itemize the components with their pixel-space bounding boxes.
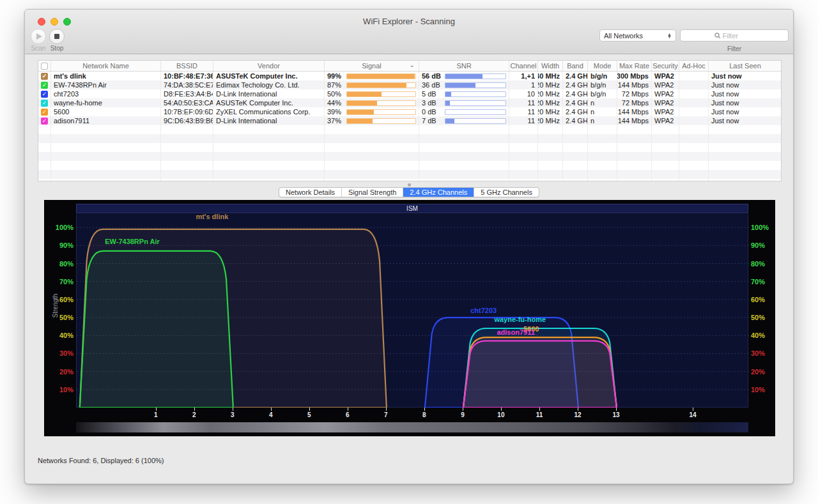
empty-cell <box>538 143 563 152</box>
x-tick-label: 6 <box>338 411 357 418</box>
column-header-bssid[interactable]: BSSID <box>161 61 213 71</box>
series-label: cht7203 <box>470 307 497 314</box>
network-filter-dropdown[interactable]: All Networks ▲▼ <box>599 29 676 42</box>
cell: Just now <box>709 72 782 80</box>
empty-table-row[interactable] <box>38 152 781 161</box>
table-row[interactable]: ✓wayne-fu-home54:A0:50:E3:CA:C4ASUSTeK C… <box>38 98 781 107</box>
signal-bar-fill <box>347 83 406 88</box>
stop-button-label: Stop <box>49 45 65 52</box>
column-header-mode[interactable]: Mode <box>588 61 617 71</box>
column-header-label: SNR <box>456 62 471 70</box>
y-tick-label: 80% <box>45 260 73 268</box>
empty-cell <box>679 134 709 143</box>
network-checkbox[interactable]: ✓ <box>41 73 48 80</box>
splitter-handle[interactable] <box>408 183 411 187</box>
tab-network-details[interactable]: Network Details <box>279 188 341 197</box>
cell: D-Link International <box>213 89 325 98</box>
column-header-band[interactable]: Band <box>563 61 588 71</box>
snr-bar-fill <box>445 83 475 88</box>
column-header-label: Vendor <box>258 62 280 70</box>
column-header-max-rate[interactable]: Max Rate <box>617 61 652 71</box>
empty-cell <box>563 134 588 143</box>
cell: 11 <box>509 116 538 125</box>
tab-5-ghz-channels[interactable]: 5 GHz Channels <box>474 188 539 197</box>
table-row[interactable]: ✓mt's dlink10:BF:48:E7:36:8EASUSTeK Comp… <box>38 72 781 80</box>
column-header-signal[interactable]: Signal⌄ <box>325 61 419 71</box>
y-tick-label: 50% <box>751 314 779 321</box>
stop-button[interactable] <box>49 29 65 44</box>
empty-table-row[interactable] <box>38 179 781 181</box>
filter-search-field[interactable] <box>680 29 789 42</box>
ism-band-label: ISM <box>406 205 418 212</box>
column-header-snr[interactable]: SNR <box>419 61 509 71</box>
cell: WPA2 <box>652 98 679 107</box>
network-checkbox[interactable]: ✓ <box>41 100 48 107</box>
column-header-checkbox[interactable] <box>38 61 51 71</box>
empty-cell <box>652 143 679 152</box>
x-tick-mark <box>424 408 425 411</box>
x-tick-mark <box>616 408 617 411</box>
table-row[interactable]: ✓560010:7B:EF:09:6D:AAZyXEL Communicatio… <box>38 107 781 116</box>
series-label: EW-7438RPn Air <box>105 238 160 245</box>
column-header-vendor[interactable]: Vendor <box>213 61 325 71</box>
column-header-label: Signal <box>362 62 382 70</box>
empty-cell <box>679 179 709 181</box>
x-tick-label: 13 <box>606 411 626 418</box>
cell: mt's dlink <box>51 72 161 80</box>
signal-value: 50% <box>327 90 346 98</box>
signal-bar <box>346 100 416 106</box>
empty-cell <box>161 170 213 179</box>
cell: b/g/n <box>588 72 617 80</box>
empty-cell <box>509 143 538 152</box>
cell: 2.4 GHz <box>563 107 588 116</box>
column-header-label: Security <box>652 62 678 70</box>
column-header-channel[interactable]: Channel <box>509 61 538 71</box>
y-tick-label: 50% <box>45 314 73 321</box>
filter-search-input[interactable] <box>723 32 755 40</box>
cell: n <box>588 98 617 107</box>
column-header-network-name[interactable]: Network Name <box>51 61 161 71</box>
network-checkbox[interactable]: ✓ <box>41 118 48 125</box>
table-row[interactable]: ✓cht7203D8:FE:E3:A4:B4:38D-Link Internat… <box>38 89 781 98</box>
x-tick-mark <box>693 408 693 411</box>
empty-cell <box>325 125 419 134</box>
column-header-security[interactable]: Security <box>652 61 679 71</box>
empty-table-row[interactable] <box>38 125 781 134</box>
table-row[interactable]: ✓EW-7438RPn Air74:DA:38:5C:E7:60Edimax T… <box>38 80 781 89</box>
empty-cell <box>161 152 213 161</box>
snr-bar <box>445 82 506 88</box>
column-header-width[interactable]: Width <box>538 61 563 71</box>
empty-cell <box>709 152 782 161</box>
cell: 40 MHz <box>538 72 563 80</box>
snr-bar <box>445 73 506 79</box>
select-all-checkbox[interactable] <box>41 63 48 70</box>
signal-value: 87% <box>327 81 346 89</box>
empty-cell <box>588 152 617 161</box>
tab-2-4-ghz-channels[interactable]: 2.4 GHz Channels <box>403 188 474 197</box>
table-row[interactable]: ✓adison79119C:D6:43:B9:B6:FDD-Link Inter… <box>38 116 781 125</box>
network-checkbox[interactable]: ✓ <box>41 109 48 116</box>
empty-cell <box>213 170 325 179</box>
cell: 5600 <box>51 107 161 116</box>
channel-usage-strip <box>76 422 748 432</box>
empty-table-row[interactable] <box>38 143 781 152</box>
series-curve-adison7911 <box>463 341 617 408</box>
empty-table-row[interactable] <box>38 170 781 179</box>
empty-cell <box>161 143 213 152</box>
empty-cell <box>51 179 161 181</box>
scan-button[interactable] <box>31 29 46 44</box>
y-tick-label: 70% <box>45 278 73 286</box>
cell: n <box>588 116 617 125</box>
empty-table-row[interactable] <box>38 134 781 143</box>
network-checkbox[interactable]: ✓ <box>41 91 48 98</box>
network-checkbox[interactable]: ✓ <box>41 82 48 89</box>
tab-signal-strength[interactable]: Signal Strength <box>341 188 403 197</box>
empty-cell <box>419 125 509 134</box>
cell: 10:BF:48:E7:36:8E <box>161 72 213 80</box>
column-header-ad-hoc[interactable]: Ad-Hoc <box>679 61 709 71</box>
signal-bar <box>346 118 416 124</box>
column-header-last-seen[interactable]: Last Seen <box>709 61 782 71</box>
cell <box>679 116 709 125</box>
empty-table-row[interactable] <box>38 161 781 170</box>
empty-cell <box>563 143 588 152</box>
